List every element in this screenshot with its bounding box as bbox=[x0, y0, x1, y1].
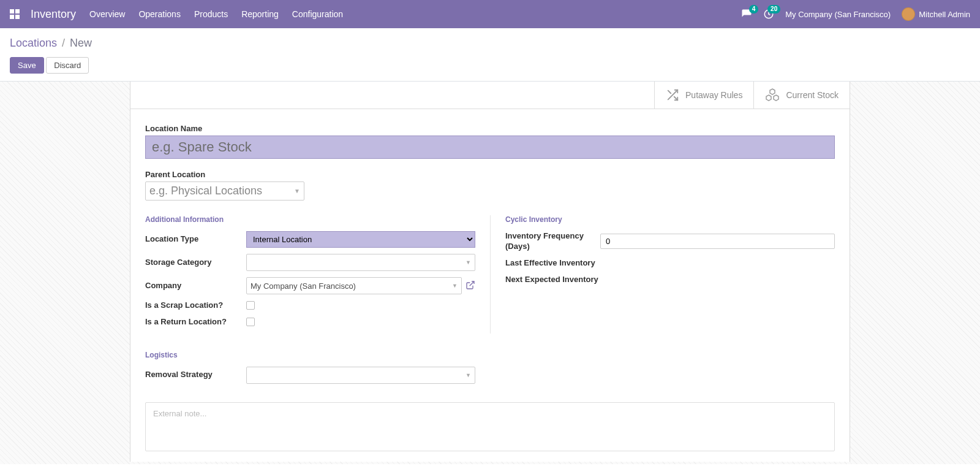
shuffle-icon bbox=[666, 88, 679, 102]
chevron-down-icon: ▼ bbox=[452, 283, 458, 289]
chevron-down-icon: ▼ bbox=[466, 372, 471, 378]
breadcrumb-current: New bbox=[70, 37, 92, 49]
save-button[interactable]: Save bbox=[10, 57, 44, 74]
menu-reporting[interactable]: Reporting bbox=[241, 9, 279, 19]
activity-icon[interactable]: 20 bbox=[763, 9, 774, 20]
menu-overview[interactable]: Overview bbox=[89, 9, 125, 19]
next-expected-inventory-label: Next Expected Inventory bbox=[505, 275, 600, 285]
logistics-title: Logistics bbox=[145, 351, 835, 359]
external-note-input[interactable]: External note... bbox=[145, 402, 835, 451]
svg-rect-2 bbox=[10, 15, 14, 19]
is-scrap-label: Is a Scrap Location? bbox=[145, 300, 246, 311]
svg-rect-3 bbox=[15, 15, 20, 19]
menu-configuration[interactable]: Configuration bbox=[292, 9, 343, 19]
removal-strategy-select[interactable]: ▼ bbox=[246, 367, 475, 384]
avatar bbox=[902, 7, 915, 21]
parent-location-label: Parent Location bbox=[145, 170, 835, 179]
storage-category-select[interactable]: ▼ bbox=[246, 254, 475, 271]
putaway-rules-label: Putaway Rules bbox=[685, 91, 742, 99]
parent-location-placeholder: e.g. Physical Locations bbox=[149, 185, 262, 197]
breadcrumb-parent[interactable]: Locations bbox=[10, 37, 57, 49]
is-return-label: Is a Return Location? bbox=[145, 317, 246, 327]
external-link-icon[interactable] bbox=[466, 280, 475, 292]
location-name-input[interactable] bbox=[145, 136, 835, 159]
company-select[interactable]: My Company (San Francisco) ▼ bbox=[246, 277, 462, 294]
breadcrumb: Locations / New bbox=[10, 37, 970, 50]
chevron-down-icon: ▼ bbox=[466, 259, 471, 265]
removal-strategy-label: Removal Strategy bbox=[145, 370, 246, 380]
storage-category-label: Storage Category bbox=[145, 258, 246, 268]
inventory-frequency-input[interactable] bbox=[600, 234, 835, 249]
menu-products[interactable]: Products bbox=[194, 9, 228, 19]
putaway-rules-button[interactable]: Putaway Rules bbox=[654, 82, 753, 109]
is-scrap-checkbox[interactable] bbox=[246, 301, 255, 310]
user-name: Mitchell Admin bbox=[919, 10, 970, 19]
svg-rect-0 bbox=[10, 9, 14, 13]
apps-icon[interactable] bbox=[10, 9, 20, 19]
company-label: Company bbox=[145, 281, 246, 291]
company-switcher[interactable]: My Company (San Francisco) bbox=[785, 10, 891, 19]
company-value: My Company (San Francisco) bbox=[251, 281, 356, 291]
control-panel: Locations / New Save Discard bbox=[0, 28, 980, 82]
chevron-down-icon: ▼ bbox=[294, 188, 300, 194]
form-sheet: Putaway Rules Current Stock Location Nam… bbox=[130, 82, 850, 462]
chat-badge: 4 bbox=[749, 5, 759, 13]
menu-operations[interactable]: Operations bbox=[138, 9, 180, 19]
inventory-frequency-label: Inventory Frequency (Days) bbox=[505, 231, 600, 252]
user-menu[interactable]: Mitchell Admin bbox=[902, 7, 970, 21]
location-name-label: Location Name bbox=[145, 124, 835, 133]
location-type-label: Location Type bbox=[145, 234, 246, 245]
breadcrumb-sep: / bbox=[62, 37, 65, 49]
cyclic-inventory-title: Cyclic Inventory bbox=[505, 215, 835, 224]
main-navbar: Inventory Overview Operations Products R… bbox=[0, 0, 980, 28]
activity-badge: 20 bbox=[767, 5, 780, 13]
cubes-icon bbox=[765, 88, 780, 102]
app-name[interactable]: Inventory bbox=[31, 8, 76, 21]
current-stock-button[interactable]: Current Stock bbox=[753, 82, 850, 109]
parent-location-select[interactable]: e.g. Physical Locations ▼ bbox=[145, 181, 304, 201]
stat-button-row: Putaway Rules Current Stock bbox=[130, 82, 850, 109]
location-type-select[interactable]: Internal Location bbox=[246, 231, 475, 248]
current-stock-label: Current Stock bbox=[786, 91, 839, 99]
svg-rect-1 bbox=[15, 9, 20, 13]
discard-button[interactable]: Discard bbox=[46, 57, 89, 74]
additional-info-title: Additional Information bbox=[145, 215, 475, 224]
last-effective-inventory-label: Last Effective Inventory bbox=[505, 258, 600, 269]
is-return-checkbox[interactable] bbox=[246, 318, 255, 326]
chat-icon[interactable]: 4 bbox=[741, 9, 752, 20]
